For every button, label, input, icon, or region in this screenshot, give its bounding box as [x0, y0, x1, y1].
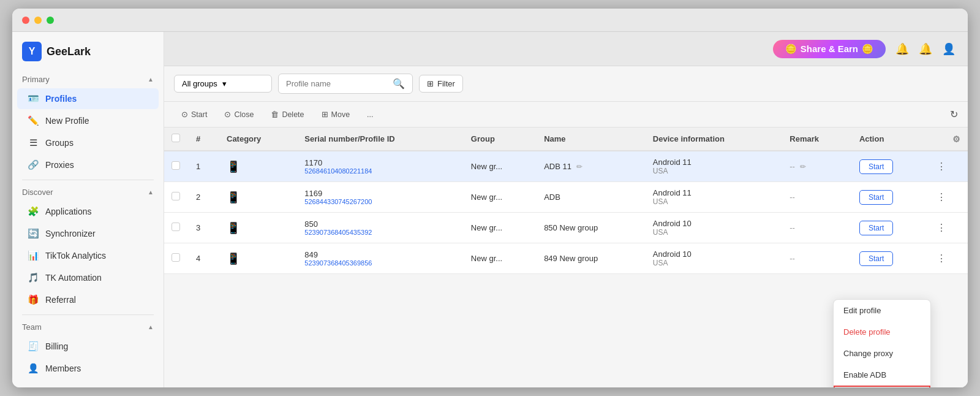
primary-section-header[interactable]: Primary ▲	[12, 71, 164, 88]
toolbar: All groups ▾ 🔍 ⊞ Filter	[164, 66, 968, 102]
sidebar-item-groups[interactable]: ☰ Groups	[17, 132, 159, 153]
more-options-button[interactable]: ⋮	[937, 222, 946, 234]
sidebar-item-profiles[interactable]: 🪪 Profiles	[17, 88, 159, 109]
sidebar-item-tk-automation[interactable]: 🎵 TK Automation	[17, 267, 159, 288]
device-region: USA	[653, 228, 775, 237]
sidebar-item-members[interactable]: 👤 Members	[17, 358, 159, 379]
edit-remark-icon[interactable]: ✏	[800, 162, 806, 171]
delete-label: Delete	[282, 110, 304, 119]
row-num: 1	[189, 151, 219, 182]
table-row: 1 📱 1170 526846104080221184 New gr... AD…	[164, 151, 968, 182]
row-category: 📱	[219, 182, 297, 213]
edit-name-icon[interactable]: ✏	[576, 162, 582, 171]
col-num: #	[189, 128, 219, 151]
start-action-button[interactable]: ⊙ Start	[174, 107, 214, 122]
refresh-button[interactable]: ↻	[950, 109, 958, 120]
applications-icon: 🧩	[27, 206, 39, 217]
move-action-button[interactable]: ⊞ Move	[314, 107, 358, 122]
start-profile-button[interactable]: Start	[859, 190, 893, 205]
more-options-button[interactable]: ⋮	[937, 191, 946, 203]
more-action-button[interactable]: ...	[360, 107, 380, 122]
row-checkbox[interactable]	[172, 253, 180, 262]
device-region: USA	[653, 259, 775, 267]
device-region: USA	[653, 167, 775, 175]
team-chevron-icon: ▲	[148, 324, 154, 330]
row-more: ⋮	[929, 182, 968, 213]
row-checkbox[interactable]	[172, 161, 180, 170]
sidebar-item-synchronizer[interactable]: 🔄 Synchronizer	[17, 223, 159, 244]
action-bar: ⊙ Start ⊙ Close 🗑 Delete ⊞ Move	[164, 102, 968, 128]
row-more: ⋮	[929, 213, 968, 243]
close-icon: ⊙	[224, 110, 231, 119]
table-row: 4 📱 849 523907368405369856 New gr... 849…	[164, 243, 968, 274]
start-profile-button[interactable]: Start	[859, 221, 893, 235]
notification-bell-icon[interactable]: 🔔	[919, 42, 932, 56]
maximize-button[interactable]	[47, 17, 54, 24]
search-input[interactable]	[286, 79, 389, 88]
context-change-proxy[interactable]: Change proxy	[834, 343, 930, 364]
sidebar: Y GeeLark Primary ▲ 🪪 Profiles ✏️ New Pr…	[12, 32, 164, 387]
row-checkbox-cell	[164, 182, 189, 213]
device-os: Android 10	[653, 219, 775, 228]
primary-section-label: Primary	[22, 75, 50, 84]
row-checkbox[interactable]	[172, 192, 180, 200]
billing-icon: 🧾	[27, 341, 39, 352]
coin-left-icon: 🪙	[785, 44, 797, 55]
sidebar-item-label: Members	[45, 364, 81, 373]
close-label: Close	[234, 110, 254, 119]
row-group: New gr...	[464, 151, 537, 182]
delete-action-button[interactable]: 🗑 Delete	[263, 107, 311, 122]
row-group: New gr...	[464, 213, 537, 243]
sidebar-item-new-profile[interactable]: ✏️ New Profile	[17, 110, 159, 131]
serial-number: 850	[304, 219, 456, 229]
filter-button[interactable]: ⊞ Filter	[419, 75, 463, 93]
serial-number: 1170	[304, 158, 456, 167]
serial-number: 849	[304, 250, 456, 259]
close-action-button[interactable]: ⊙ Close	[217, 107, 261, 122]
col-name: Name	[537, 128, 646, 151]
table-row: 3 📱 850 523907368405435392 New gr... 850…	[164, 213, 968, 243]
context-enable-adb[interactable]: Enable ADB	[834, 364, 930, 386]
group-select[interactable]: All groups ▾	[174, 75, 272, 93]
minimize-button[interactable]	[34, 17, 42, 24]
filter-icon: ⊞	[427, 79, 434, 88]
row-remark: --	[782, 243, 852, 274]
sidebar-item-applications[interactable]: 🧩 Applications	[17, 201, 159, 222]
row-category: 📱	[219, 243, 297, 274]
logo-area: Y GeeLark	[12, 37, 164, 71]
share-earn-button[interactable]: 🪙 Share & Earn 🪙	[773, 40, 886, 58]
device-category-icon: 📱	[227, 222, 240, 234]
team-section-header[interactable]: Team ▲	[12, 319, 164, 335]
row-device: Android 10 USA	[646, 213, 782, 243]
table-settings-icon[interactable]: ⚙	[952, 134, 960, 144]
row-name: 849 New group	[537, 243, 646, 274]
discover-section-header[interactable]: Discover ▲	[12, 184, 164, 200]
start-profile-button[interactable]: Start	[859, 159, 893, 174]
more-options-button[interactable]: ⋮	[937, 161, 946, 172]
share-earn-label: Share & Earn	[801, 44, 858, 54]
context-new-cloud-phone[interactable]: New cloud phone	[834, 386, 930, 387]
header-checkbox[interactable]	[172, 134, 180, 142]
user-avatar-icon[interactable]: 👤	[942, 42, 956, 56]
row-checkbox[interactable]	[172, 223, 180, 231]
search-box[interactable]: 🔍	[278, 74, 413, 94]
serial-id: 526844330745267200	[304, 198, 456, 205]
device-os: Android 11	[653, 188, 775, 197]
row-serial: 850 523907368405435392	[297, 213, 464, 243]
sidebar-item-label: TikTok Analytics	[45, 251, 106, 261]
sidebar-item-tiktok-analytics[interactable]: 📊 TikTok Analytics	[17, 245, 159, 266]
alert-bell-icon[interactable]: 🔔	[895, 42, 909, 56]
close-button[interactable]	[22, 17, 29, 24]
col-device: Device information	[646, 128, 782, 151]
row-device: Android 10 USA	[646, 243, 782, 274]
sidebar-item-proxies[interactable]: 🔗 Proxies	[17, 154, 159, 175]
sidebar-item-referral[interactable]: 🎁 Referral	[17, 289, 159, 310]
sidebar-divider-1	[22, 180, 154, 180]
context-edit-profile[interactable]: Edit profile	[834, 300, 930, 321]
start-profile-button[interactable]: Start	[859, 251, 893, 266]
logo-icon: Y	[22, 42, 42, 61]
primary-chevron-icon: ▲	[148, 76, 154, 83]
sidebar-item-billing[interactable]: 🧾 Billing	[17, 336, 159, 357]
context-delete-profile[interactable]: Delete profile	[834, 321, 930, 343]
more-options-button[interactable]: ⋮	[937, 253, 946, 264]
